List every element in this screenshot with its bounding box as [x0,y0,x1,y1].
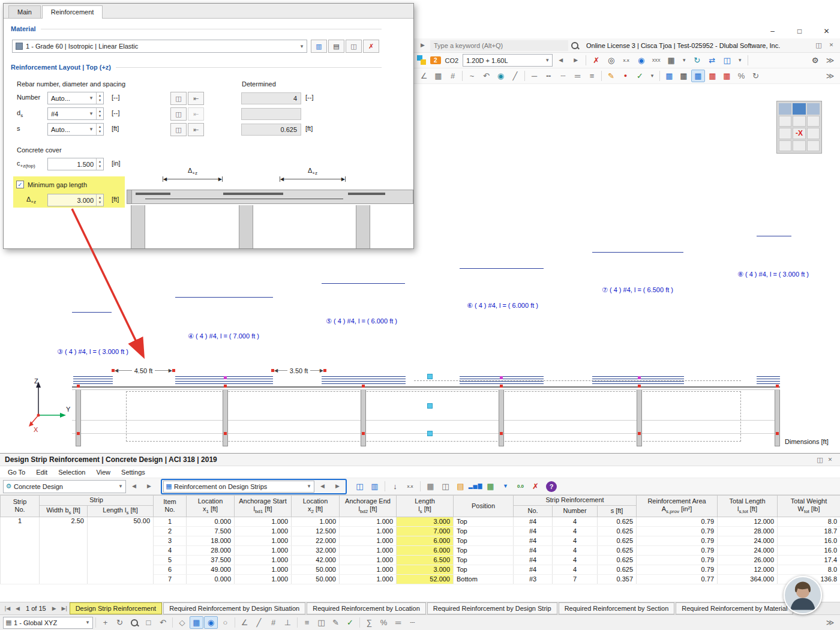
table-cell[interactable]: Top [454,555,514,565]
column[interactable] [361,390,366,446]
table-cell[interactable]: 0.79 [637,536,718,545]
table-cell[interactable]: 0.79 [637,526,718,536]
table-settings-icon[interactable] [424,480,437,493]
negative-x-view-button[interactable]: -X [793,128,805,139]
column-header[interactable]: Length ls [ft] [88,505,154,517]
node[interactable] [500,432,503,435]
export-values-icon[interactable] [388,480,402,493]
pan-icon[interactable] [98,616,112,629]
table-cell[interactable]: 2 [154,526,187,536]
rotate-view-icon[interactable] [113,616,127,629]
table-cell[interactable]: 0.79 [637,555,718,565]
node-magenta[interactable] [500,376,503,379]
line-style-multi-icon[interactable] [585,70,599,82]
table-cell[interactable]: 50.000 [292,565,340,574]
rebar-annotation[interactable]: ⑤ ( 4 ) #4, l = ( 6.000 ft ) [326,317,397,325]
table-cell[interactable]: 1.000 [235,565,292,574]
panel-title-bar[interactable]: Design Strip Reinforcement | Concrete De… [0,454,840,466]
material-edit-button[interactable] [346,40,362,53]
percent-icon[interactable] [377,616,391,629]
column-header[interactable]: Locationx2 [ft] [292,496,340,517]
table-cell[interactable]: 42.000 [292,555,340,565]
undo-view-icon[interactable] [479,70,493,82]
rendering-icon[interactable] [190,616,203,629]
table-cell[interactable]: 49.000 [187,565,235,574]
table-cell[interactable]: Top [454,545,514,555]
table-cell[interactable]: 17.4 [778,555,840,565]
exchange-icon[interactable] [705,54,719,67]
dimension-left[interactable]: ◀ 4.50 ft ▶ [112,367,175,374]
table-cell[interactable]: 0.79 [637,517,718,526]
table-cell[interactable]: 0.357 [598,574,637,584]
help-icon[interactable]: ? [546,481,557,492]
next-view-button[interactable] [331,480,344,493]
table-cell[interactable]: 6.500 [397,555,454,565]
number-select[interactable]: Auto... [47,92,104,104]
edit-mode-icon[interactable] [329,616,343,629]
column[interactable] [637,390,642,446]
cover-stepper[interactable] [96,158,103,170]
selection-handle[interactable] [427,431,433,436]
table-cell[interactable]: 4 [154,545,187,555]
column-header[interactable]: Number [553,505,598,517]
column[interactable] [775,390,780,446]
table-cell[interactable]: #4 [514,565,553,574]
table-cell[interactable]: 7.000 [397,526,454,536]
widget-cell[interactable] [779,103,791,115]
column-header[interactable]: Position [454,496,514,517]
design-case-select[interactable]: Concrete Design [3,480,126,493]
table-cell[interactable]: 0.625 [598,526,637,536]
cover-input[interactable]: 1.500 [47,158,104,170]
result-diagram-icon[interactable] [469,480,482,493]
result-values-icon[interactable] [619,54,633,67]
clear-table-icon[interactable] [529,480,542,493]
widget-cell[interactable] [779,128,791,139]
widget-cell[interactable] [807,140,820,152]
tab-required-by-material[interactable]: Required Reinforcement by Material [676,602,793,614]
spacing-select[interactable]: Auto... [47,123,104,136]
column[interactable] [499,390,504,446]
table-cell[interactable]: 1.000 [235,517,292,526]
close-panel-icon[interactable] [825,455,835,465]
table-cell[interactable]: #4 [514,555,553,565]
float-panel-icon[interactable] [815,455,825,465]
tab-main[interactable]: Main [8,5,41,18]
table-cell[interactable]: 1.000 [292,517,340,526]
close-panel-icon[interactable] [826,40,836,50]
table-cell[interactable]: #4 [514,517,553,526]
spacing-apply-button[interactable] [188,123,204,136]
ortho-snap-icon[interactable] [281,616,295,629]
overflow-icon[interactable] [823,54,837,67]
table-cell[interactable]: 0.625 [598,536,637,545]
menu-edit[interactable]: Edit [31,469,53,476]
table-cell[interactable]: 18.7 [778,526,840,536]
widget-cell[interactable] [807,103,820,115]
spacing-stepper[interactable] [96,124,103,135]
widget-cell[interactable] [779,116,791,127]
table-cell[interactable]: 24.000 [718,545,778,555]
isometric-view-icon[interactable] [175,616,189,629]
chevron-down-icon[interactable] [679,58,689,63]
table-cell[interactable]: 28.000 [718,526,778,536]
next-load-button[interactable] [569,54,583,67]
widget-cell[interactable] [793,116,805,127]
check-icon[interactable] [343,616,357,629]
dimension-right[interactable]: ◀ 3.50 ft ▶ [271,367,326,374]
table-cell[interactable]: 1.000 [340,517,397,526]
table-active-icon[interactable] [691,70,705,82]
table-cell[interactable]: 6.000 [397,536,454,545]
fit-view-icon[interactable] [142,616,155,629]
load-icon[interactable] [619,70,632,82]
rebar-annotation[interactable]: ④ ( 4 ) #4, l = ( 7.000 ft ) [188,332,259,340]
node[interactable] [77,432,80,435]
diameter-apply-button[interactable] [188,107,204,121]
table-cell[interactable]: 3.000 [397,565,454,574]
table-cell[interactable]: 8.0 [778,517,840,526]
rebar-annotation[interactable]: ⑦ ( 4 ) #4, l = ( 6.500 ft ) [602,286,673,294]
result-values-icon[interactable] [403,480,417,493]
column-header[interactable]: No. [514,505,553,517]
gap-input[interactable]: 3.000 [47,194,104,206]
building-model-icon[interactable] [664,54,678,67]
number-apply-button[interactable] [188,92,204,105]
snap-angle-icon[interactable] [417,70,431,82]
